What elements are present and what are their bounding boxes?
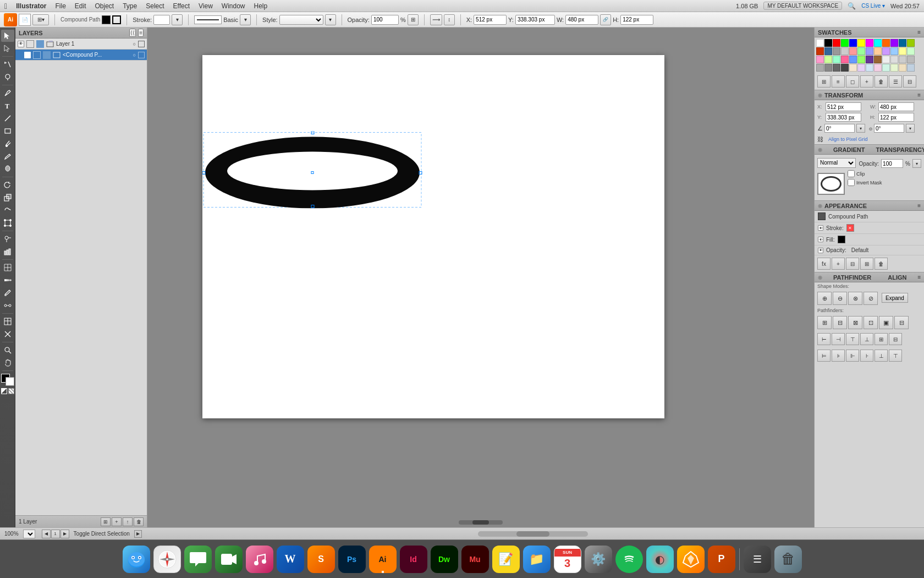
distrib-center-h-btn[interactable]: ⊧ [832,350,845,362]
cs-live[interactable]: CS Live ▾ [861,3,885,9]
foreground-background-colors[interactable] [1,374,14,386]
swatch-color[interactable] [816,47,824,55]
variable-width-btn[interactable]: ⟿ [430,14,442,25]
fill-color-indicator[interactable] [102,15,111,24]
divide-btn[interactable]: ⊞ [817,316,832,329]
swatch-color[interactable] [890,64,898,72]
stroke-indicator[interactable] [112,15,121,24]
x-input[interactable] [474,15,507,25]
clip-checkbox-label[interactable]: Clip [848,170,882,177]
swatch-color[interactable] [899,64,906,72]
dock-messages[interactable] [184,545,212,574]
mesh-tool[interactable] [1,261,14,274]
dock-finder[interactable] [122,545,151,574]
horizontal-scrollbar[interactable] [478,531,588,537]
transform-h-input[interactable] [878,113,914,122]
menu-file[interactable]: File [55,2,65,10]
swatch-color[interactable] [907,64,915,72]
swatch-color[interactable] [849,56,857,63]
dock-system-prefs[interactable]: ⚙️ [584,545,613,574]
add-layer-btn[interactable]: + [112,517,122,526]
swatch-color[interactable] [899,56,906,63]
swatch-color[interactable] [874,56,882,63]
free-transform-tool[interactable] [1,217,14,229]
layers-collapse-btn[interactable]: ⟨⟨ [129,29,136,37]
swatch-color[interactable] [890,39,898,47]
dock-trash[interactable]: 🗑 [774,545,802,574]
swatch-color[interactable] [874,47,882,55]
dock-dreamweaver[interactable]: Dw [430,545,459,574]
stroke-appearance-row[interactable]: 👁 Stroke: ✕ [815,222,924,234]
dock-photoshop[interactable]: Ps [338,545,366,574]
swatch-color[interactable] [857,64,865,72]
trim-btn[interactable]: ⊟ [833,316,847,329]
gradient-tool[interactable] [1,274,14,286]
invert-mask-checkbox[interactable] [848,179,855,186]
swatch-color[interactable] [849,64,857,72]
swatch-color[interactable] [833,56,840,63]
swatch-color[interactable] [907,39,915,47]
dock-colorsync[interactable]: ◐ [646,545,674,574]
swatch-color[interactable] [882,47,890,55]
delete-item-btn[interactable]: 🗑 [875,258,888,270]
outline-btn[interactable]: ▣ [879,316,893,329]
paintbrush-tool[interactable] [1,138,14,150]
swatch-color[interactable] [882,39,890,47]
file-thumbnail[interactable]: 📄 [19,14,31,26]
swatch-color[interactable] [849,39,857,47]
swatch-list-btn[interactable]: ⊟ [903,75,916,88]
dock-facetime[interactable] [215,545,243,574]
dock-notification-center[interactable]: ☰ [743,545,772,574]
clip-checkbox[interactable] [848,170,855,177]
transform-menu[interactable]: ≡ [917,92,921,98]
warp-tool[interactable] [1,204,14,216]
scale-tool[interactable] [1,192,14,204]
pathfinder-expand[interactable]: ◉ [818,275,822,280]
y-input[interactable] [515,15,555,25]
swatch-color[interactable] [816,64,824,72]
swatch-color[interactable] [866,64,873,72]
eyedropper-tool[interactable] [1,287,14,299]
delete-swatch-btn[interactable]: 🗑 [875,75,888,88]
swatch-color[interactable] [857,56,865,63]
expand-btn[interactable]: Expand [882,293,908,303]
swatch-color[interactable] [866,56,873,63]
swatch-color[interactable] [874,39,882,47]
swatch-view-btn[interactable]: ☰ [889,75,902,88]
swatch-color[interactable] [849,47,857,55]
column-graph-tool[interactable] [1,246,14,258]
align-center-v-btn[interactable]: ⊞ [875,333,888,345]
layer-1-visibility[interactable]: 👁 [18,41,24,47]
line-tool[interactable] [1,112,14,124]
align-pixel-btn[interactable]: Align to Pixel Grid [826,135,871,143]
swatch-color[interactable] [866,39,873,47]
style-options-btn[interactable]: ▾ [325,14,336,25]
search-button[interactable]: 🔍 [848,2,856,10]
opacity-menu-btn[interactable]: ▾ [912,159,921,168]
slice-tool[interactable] [1,315,14,328]
compound-visibility[interactable]: 👁 [24,52,31,58]
menu-window[interactable]: Window [222,2,245,10]
shear-unit-btn[interactable]: ▾ [906,124,915,133]
menu-edit[interactable]: Edit [75,2,86,10]
dock-powerpoint[interactable]: P [707,545,736,574]
appearance-expand[interactable]: ◉ [818,203,822,209]
zoom-tool[interactable] [1,344,14,356]
swatch-color[interactable] [816,56,824,63]
menu-help[interactable]: Help [254,2,268,10]
menu-view[interactable]: View [199,2,213,10]
lasso-tool[interactable] [1,71,14,83]
dock-indesign[interactable]: Id [399,545,428,574]
opacity-appearance-row[interactable]: 👁 Opacity: Default [815,246,924,255]
swatch-color[interactable] [866,47,873,55]
duplicate-item-btn[interactable]: ⊞ [860,258,873,270]
swatch-color[interactable] [841,47,849,55]
align-bottom-btn[interactable]: ⊟ [889,333,902,345]
swatch-color[interactable] [833,47,840,55]
swatch-color[interactable] [824,56,832,63]
menu-type[interactable]: Type [123,2,137,10]
swatches-menu[interactable]: ≡ [917,29,921,35]
type-tool[interactable]: T [1,100,14,112]
opacity-input[interactable] [371,15,399,25]
fill-appearance-row[interactable]: 👁 Fill: [815,234,924,246]
